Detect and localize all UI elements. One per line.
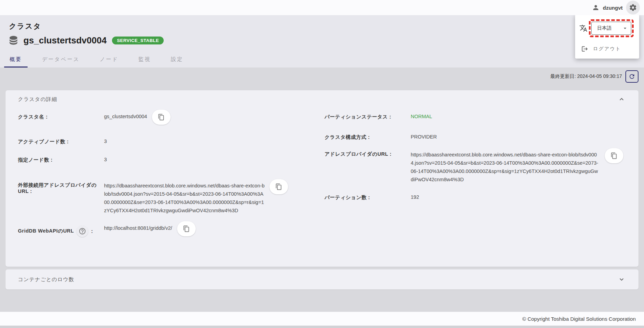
details-left-column: クラスタ名 : gs_clustertsdv0004 アクティブノード数 : 3…: [18, 112, 325, 237]
user-menu: 日本語 ログアウト: [575, 14, 639, 59]
status-badge: SERVICE_STABLE: [112, 37, 164, 44]
field-label: アドレスプロバイダのURL :: [325, 151, 411, 157]
logout-menu-item[interactable]: ログアウト: [581, 45, 636, 52]
field-address-provider-url: アドレスプロバイダのURL : https://dbaasshareextcon…: [325, 151, 623, 184]
help-icon: [79, 227, 86, 235]
logout-label: ログアウト: [593, 46, 621, 52]
copy-icon: [611, 152, 617, 159]
chevron-up-icon[interactable]: [618, 95, 625, 103]
copy-webapi-url-button[interactable]: [177, 221, 196, 236]
page-title: クラスタ: [9, 21, 41, 31]
tab-overview[interactable]: 概要: [4, 52, 28, 68]
chevron-down-icon[interactable]: [618, 276, 625, 283]
field-webapi-url: GridDB WebAPIのURL : http://localhost:808…: [18, 224, 325, 237]
refresh-button[interactable]: [625, 70, 638, 83]
language-select-value: 日本語: [597, 25, 612, 31]
bottom-strip: [0, 326, 644, 328]
annotation-highlight: 日本語: [589, 19, 634, 37]
field-label: パーティションステータス :: [325, 112, 411, 120]
field-value: gs_clustertsdv0004: [104, 114, 147, 119]
database-icon: [8, 34, 19, 46]
cluster-details-header: クラスタの詳細: [6, 90, 638, 108]
field-specified-nodes: 指定ノード数 : 3: [18, 155, 325, 163]
details-right-column: パーティションステータス : NORMAL クラスタ構成方式 : PROVIDE…: [325, 112, 623, 237]
footer: © Copyright Toshiba Digital Solutions Co…: [0, 312, 644, 326]
copy-icon: [183, 225, 190, 232]
field-label: GridDB WebAPIのURL :: [18, 224, 104, 237]
translate-icon: [579, 24, 587, 32]
cluster-name: gs_clustertsdv0004: [23, 35, 106, 46]
field-value: http://localhost:8081/griddb/v2/: [104, 225, 172, 231]
refresh-icon: [628, 73, 635, 80]
field-label: 指定ノード数 :: [18, 155, 104, 163]
copyright-text: © Copyright Toshiba Digital Solutions Co…: [522, 316, 636, 322]
refresh-row: 最終更新日: 2024-04-05 09:30:17: [550, 70, 638, 83]
cluster-details-title: クラスタの詳細: [18, 96, 57, 103]
field-label-colon: :: [91, 228, 93, 234]
page-header: クラスタ gs_clustertsdv0004 SERVICE_STABLE 概…: [0, 15, 644, 68]
tab-database[interactable]: データベース: [37, 52, 85, 68]
field-partition-status: パーティションステータス : NORMAL: [325, 112, 623, 120]
tab-monitoring[interactable]: 監視: [133, 52, 156, 68]
logout-icon: [581, 45, 588, 52]
field-label: アクティブノード数 :: [18, 137, 104, 145]
rows-per-container-panel: コンテナごとのロウ数: [6, 269, 638, 289]
partition-status-value: NORMAL: [411, 114, 432, 119]
field-label: クラスタ名 :: [18, 112, 104, 120]
copy-icon: [158, 114, 165, 121]
field-label: クラスタ構成方式 :: [325, 133, 411, 141]
field-value: PROVIDER: [411, 134, 437, 140]
cluster-details-panel: クラスタの詳細 クラスタ名 : gs_clustertsdv0004 アクティブ…: [6, 90, 638, 267]
copy-external-url-button[interactable]: [269, 179, 288, 194]
copy-address-provider-url-button[interactable]: [605, 148, 623, 163]
caret-down-icon: [622, 25, 628, 31]
tab-settings[interactable]: 設定: [165, 52, 189, 68]
field-value: https://dbaasshareextconst.blob.core.win…: [411, 151, 600, 184]
field-value: 3: [104, 157, 107, 162]
gear-icon: [629, 3, 637, 12]
field-cluster-configuration: クラスタ構成方式 : PROVIDER: [325, 133, 623, 141]
field-cluster-name: クラスタ名 : gs_clustertsdv0004: [18, 112, 325, 125]
language-row: 日本語: [579, 19, 636, 37]
field-label: 外部接続用アドレスプロバイダのURL :: [18, 182, 104, 194]
cluster-details-body: クラスタ名 : gs_clustertsdv0004 アクティブノード数 : 3…: [6, 108, 638, 237]
username: dzungvt: [603, 5, 623, 11]
field-external-address-provider-url: 外部接続用アドレスプロバイダのURL : https://dbaassharee…: [18, 182, 325, 215]
tab-node[interactable]: ノード: [94, 52, 124, 68]
topbar: dzungvt: [0, 0, 644, 15]
settings-menu-button[interactable]: [626, 1, 640, 14]
field-value: 3: [104, 139, 107, 144]
rows-per-container-title: コンテナごとのロウ数: [18, 276, 74, 283]
copy-cluster-name-button[interactable]: [152, 110, 171, 125]
last-updated-text: 最終更新日: 2024-04-05 09:30:17: [550, 73, 622, 80]
tab-bar: 概要 データベース ノード 監視 設定: [4, 52, 198, 68]
help-button[interactable]: [76, 225, 88, 237]
rows-per-container-header: コンテナごとのロウ数: [6, 269, 638, 289]
field-value: 192: [411, 194, 419, 200]
copy-icon: [275, 183, 282, 190]
field-active-nodes: アクティブノード数 : 3: [18, 137, 325, 145]
field-value: https://dbaasshareextconst.blob.core.win…: [104, 182, 265, 215]
person-icon: [592, 4, 600, 11]
field-label: パーティション数 :: [325, 193, 411, 201]
language-select[interactable]: 日本語: [591, 22, 631, 35]
field-label-text: GridDB WebAPIのURL: [18, 228, 74, 234]
field-partition-count: パーティション数 : 192: [325, 193, 623, 201]
cluster-title-row: gs_clustertsdv0004 SERVICE_STABLE: [8, 34, 164, 46]
